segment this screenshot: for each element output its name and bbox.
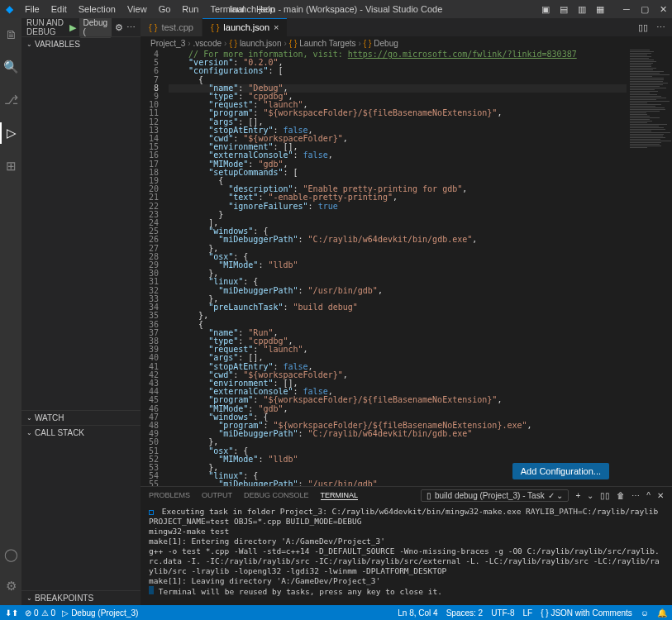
code-editor[interactable]: 4567891011121314151617181920212223242526… <box>141 50 672 486</box>
file-icon: { } <box>149 22 157 32</box>
layout-customize-icon[interactable]: ▦ <box>591 0 609 18</box>
editor-tabs: { }test.cpp{ }launch.json× ▯▯ ⋯ <box>141 18 672 36</box>
status-bar: ⬇⬆ ⊘ 0 ⚠ 0 ▷ Debug (Project_3) Ln 8, Col… <box>0 605 672 620</box>
maximize-button[interactable]: ▢ <box>636 0 654 18</box>
run-debug-icon[interactable]: ▷ <box>0 122 21 144</box>
terminal-task-select[interactable]: ▯ build debug (Project_3) - Task ✓ ⌄ <box>421 489 569 502</box>
debug-target[interactable]: ▷ Debug (Project_3) <box>62 608 138 618</box>
more-actions-icon[interactable]: ⋯ <box>126 22 136 33</box>
panel-tab-problems[interactable]: PROBLEMS <box>149 491 190 499</box>
close-panel-icon[interactable]: ✕ <box>657 491 664 500</box>
layout-sidebar-left-icon[interactable]: ▣ <box>536 0 555 18</box>
config-gear-icon[interactable]: ⚙ <box>115 22 123 33</box>
terminal-output[interactable]: Executing task in folder Project_3: C:/r… <box>141 503 672 605</box>
menu-go[interactable]: Go <box>154 2 176 16</box>
menu-view[interactable]: View <box>122 2 152 16</box>
sidebar-title: RUN AND DEBUG <box>26 18 69 36</box>
source-control-icon[interactable]: ⎇ <box>0 89 21 111</box>
add-configuration-button[interactable]: Add Configuration... <box>512 463 609 479</box>
indent-spaces[interactable]: Spaces: 2 <box>446 608 483 618</box>
breadcrumb-icon: { } <box>229 39 236 48</box>
search-icon[interactable]: 🔍 <box>0 56 21 78</box>
kill-terminal-icon[interactable]: 🗑 <box>617 491 625 500</box>
notifications-icon[interactable]: 🔔 <box>657 608 667 618</box>
watch-section[interactable]: ⌄WATCH <box>21 411 141 425</box>
terminal-dropdown-icon[interactable]: ⌄ <box>587 491 593 500</box>
cursor-position[interactable]: Ln 8, Col 4 <box>398 608 437 618</box>
editor-more-icon[interactable]: ⋯ <box>656 22 665 33</box>
breadcrumb-item[interactable]: Launch Targets <box>299 39 355 48</box>
breadcrumb-item[interactable]: .vscode <box>193 39 222 48</box>
minimap[interactable] <box>627 50 672 486</box>
language-mode[interactable]: { } JSON with Comments <box>541 608 632 618</box>
titlebar: ◆ FileEditSelectionViewGoRunTerminalHelp… <box>0 0 672 18</box>
menu-file[interactable]: File <box>20 2 45 16</box>
file-icon: { } <box>211 22 219 32</box>
extensions-icon[interactable]: ⊞ <box>0 155 21 177</box>
eol[interactable]: LF <box>523 608 533 618</box>
menu-selection[interactable]: Selection <box>74 2 121 16</box>
debug-config-select[interactable]: Debug ( <box>79 17 112 38</box>
split-terminal-icon[interactable]: ▯▯ <box>600 491 610 500</box>
menu-run[interactable]: Run <box>177 2 203 16</box>
layout-sidebar-right-icon[interactable]: ▥ <box>573 0 591 18</box>
split-editor-icon[interactable]: ▯▯ <box>638 22 648 33</box>
debug-sidebar: RUN AND DEBUG ▶ Debug ( ⚙ ⋯ ⌄VARIABLES ⌄… <box>21 18 141 605</box>
explorer-icon[interactable]: 🗎 <box>0 23 21 45</box>
variables-section[interactable]: ⌄VARIABLES <box>21 37 141 51</box>
tab-test-cpp[interactable]: { }test.cpp <box>141 18 203 36</box>
bottom-panel: PROBLEMSOUTPUTDEBUG CONSOLETERMINAL ▯ bu… <box>141 486 672 605</box>
breadcrumb-item[interactable]: Project_3 <box>150 39 185 48</box>
layout-panel-icon[interactable]: ▤ <box>555 0 573 18</box>
breadcrumb-item[interactable]: Debug <box>374 39 398 48</box>
breakpoints-section[interactable]: ⌄BREAKPOINTS <box>21 591 141 605</box>
window-title: launch.json - main (Workspace) - Visual … <box>230 4 443 14</box>
maximize-panel-icon[interactable]: ^ <box>646 491 651 500</box>
breadcrumb-icon: { } <box>364 39 371 48</box>
panel-more-icon[interactable]: ⋯ <box>631 491 640 500</box>
problems-indicator[interactable]: ⊘ 0 ⚠ 0 <box>25 608 55 618</box>
encoding[interactable]: UTF-8 <box>491 608 514 618</box>
settings-gear-icon[interactable]: ⚙ <box>0 575 21 597</box>
breadcrumb-icon: { } <box>289 39 297 48</box>
new-terminal-icon[interactable]: + <box>575 491 580 500</box>
callstack-section[interactable]: ⌄CALL STACK <box>21 426 141 440</box>
accounts-icon[interactable]: ◯ <box>0 544 21 565</box>
feedback-icon[interactable]: ☺ <box>641 608 649 618</box>
tab-launch-json[interactable]: { }launch.json× <box>203 18 288 36</box>
close-tab-icon[interactable]: × <box>274 22 279 32</box>
start-debug-button[interactable]: ▶ <box>69 22 76 33</box>
breadcrumb-item[interactable]: launch.json <box>240 39 282 48</box>
activity-bar: 🗎 🔍 ⎇ ▷ ⊞ ◯ ⚙ <box>0 18 21 605</box>
menu-edit[interactable]: Edit <box>46 2 72 16</box>
panel-tab-output[interactable]: OUTPUT <box>202 491 232 499</box>
vscode-logo: ◆ <box>0 3 18 15</box>
remote-indicator[interactable]: ⬇⬆ <box>5 608 18 618</box>
panel-tab-debug-console[interactable]: DEBUG CONSOLE <box>244 491 309 499</box>
panel-tab-terminal[interactable]: TERMINAL <box>321 491 359 500</box>
minimize-button[interactable]: ─ <box>617 0 636 18</box>
breadcrumbs[interactable]: Project_3›.vscode›{ }launch.json›{ }Laun… <box>141 36 672 50</box>
close-button[interactable]: ✕ <box>654 0 672 18</box>
